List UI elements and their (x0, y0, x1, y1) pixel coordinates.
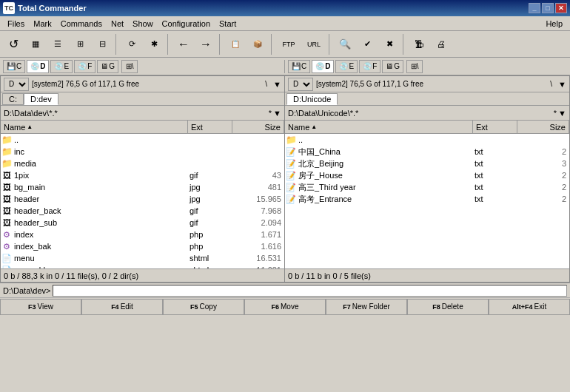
right-file-list[interactable]: 📁 .. 📝 中国_China txt 2 📝 北京_Beijing txt 3… (285, 134, 569, 268)
left-file-row[interactable]: 📁 media (1, 158, 284, 169)
right-file-row[interactable]: 📝 高考_Entrance txt 2 (285, 193, 569, 205)
left-file-row[interactable]: 🖼 header jpg 15.965 (1, 193, 284, 205)
right-file-row[interactable]: 📝 高三_Third year txt 2 (285, 181, 569, 193)
left-file-list[interactable]: 📁 .. 📁 inc 📁 media 🖼 1pix gif 43 🖼 bg_ma… (1, 134, 284, 268)
left-file-row[interactable]: 📁 inc (1, 146, 284, 158)
file-size: 2 (517, 183, 569, 192)
left-drive-e[interactable]: 💿E (50, 60, 73, 73)
file-icon: 🖼 (1, 169, 13, 181)
file-name: bg_main (13, 183, 188, 192)
file-name: 房子_House (297, 170, 473, 181)
menu-commands[interactable]: Commands (56, 18, 107, 30)
left-file-row[interactable]: 📄 menu shtml 16.531 (1, 252, 284, 264)
ftp-button[interactable]: FTP (277, 34, 301, 55)
left-col-ext[interactable]: Ext (188, 121, 232, 133)
right-col-ext[interactable]: Ext (473, 121, 517, 133)
left-file-row[interactable]: 🖼 bg_main jpg 481 (1, 181, 284, 193)
menu-files[interactable]: Files (3, 18, 29, 30)
detail-button[interactable]: ☰ (47, 34, 68, 55)
file-size: 481 (232, 183, 284, 192)
left-drive-select[interactable]: D (4, 78, 29, 91)
thumbnail2-button[interactable]: ⊟ (92, 34, 113, 55)
menu-show[interactable]: Show (128, 18, 158, 30)
right-drive-e[interactable]: 💿E (335, 60, 358, 73)
right-drive-bar: 💾C 💿D 💿E 💿F 🖥G ⊞\ (285, 60, 570, 73)
right-col-size[interactable]: Size (517, 121, 569, 133)
right-file-row[interactable]: 📝 房子_House txt 2 (285, 169, 569, 181)
f6-move-button[interactable]: F6 Move (244, 299, 326, 315)
move-button[interactable]: 📦 (247, 34, 268, 55)
left-file-row[interactable]: ⚙ index php 1.671 (1, 229, 284, 240)
f7-newfolder-button[interactable]: F7 New Folder (326, 299, 407, 315)
right-drive-g[interactable]: 🖥G (382, 60, 403, 73)
compare-button[interactable]: ✱ (144, 34, 164, 55)
fkeys-bar: F3 View F4 Edit F5 Copy F6 Move F7 New F… (0, 297, 570, 315)
print-button[interactable]: 🖨 (431, 34, 452, 55)
left-path-star: * (269, 109, 272, 118)
left-network-btn[interactable]: ⊞\ (121, 60, 138, 73)
window-controls: _ □ ✕ (529, 3, 567, 13)
left-tab-dev[interactable]: D:dev (24, 93, 58, 105)
right-path-display: D:\Data\Unicode\*.* * ▼ (285, 106, 569, 121)
right-col-name[interactable]: Name ▲ (285, 121, 473, 133)
left-file-row[interactable]: 📁 .. (1, 134, 284, 146)
left-drive-f[interactable]: 💿F (74, 60, 95, 73)
thumbnail-button[interactable]: ⊞ (70, 34, 90, 55)
right-tab-unicode[interactable]: D:Unicode (286, 93, 338, 105)
file-ext: txt (473, 171, 517, 180)
left-drive-c[interactable]: 💾C (3, 60, 25, 73)
select-button[interactable]: ✔ (357, 34, 378, 55)
right-col-header: Name ▲ Ext Size (285, 121, 569, 134)
right-drive-f[interactable]: 💿F (359, 60, 380, 73)
menu-mark[interactable]: Mark (29, 18, 56, 30)
menu-help[interactable]: Help (541, 18, 567, 30)
right-file-row[interactable]: 📝 中国_China txt 2 (285, 146, 569, 158)
right-path-dropdown[interactable]: ▼ (558, 109, 566, 118)
right-path-text: D:\Data\Unicode\*.* (288, 109, 554, 118)
minimize-button[interactable]: _ (529, 3, 540, 13)
left-drive-g[interactable]: 🖥G (97, 60, 118, 73)
left-col-name[interactable]: Name ▲ (1, 121, 188, 133)
right-drive-c[interactable]: 💾C (288, 60, 310, 73)
url-button[interactable]: URL (302, 34, 326, 55)
file-ext: txt (473, 195, 517, 203)
back-button[interactable]: ← (173, 34, 194, 55)
left-col-size[interactable]: Size (232, 121, 284, 133)
left-drive-d[interactable]: 💿D (27, 60, 49, 73)
left-tab-c[interactable]: C: (2, 93, 24, 105)
file-name: 中国_China (297, 146, 473, 158)
sync-button[interactable]: ⟳ (121, 34, 142, 55)
altf4-exit-button[interactable]: Alt+F4 Exit (489, 299, 570, 315)
right-network-btn[interactable]: ⊞\ (406, 60, 423, 73)
find-button[interactable]: 🔍 (335, 34, 355, 55)
forward-button[interactable]: → (195, 34, 216, 55)
right-file-row[interactable]: 📝 北京_Beijing txt 3 (285, 158, 569, 169)
maximize-button[interactable]: □ (542, 3, 554, 13)
file-ext: gif (188, 218, 232, 227)
f8-delete-button[interactable]: F8 Delete (407, 299, 489, 315)
brief-button[interactable]: ▦ (25, 34, 46, 55)
left-status-text: 0 b / 88,3 k in 0 / 11 file(s), 0 / 2 di… (4, 271, 138, 280)
f3-view-button[interactable]: F3 View (0, 299, 81, 315)
menu-start[interactable]: Start (215, 18, 241, 30)
left-file-row[interactable]: ⚙ index_bak php 1.616 (1, 240, 284, 252)
right-drive-select[interactable]: D (288, 78, 313, 91)
menu-configuration[interactable]: Configuration (158, 18, 215, 30)
f4-edit-button[interactable]: F4 Edit (81, 299, 163, 315)
menu-net[interactable]: Net (107, 18, 128, 30)
f5-copy-button[interactable]: F5 Copy (163, 299, 244, 315)
left-file-row[interactable]: 🖼 header_back gif 7.968 (1, 205, 284, 217)
archive-button[interactable]: 🗜 (409, 34, 429, 55)
cmd-input[interactable] (53, 285, 567, 297)
left-path-dropdown[interactable]: ▼ (273, 109, 281, 118)
close-button[interactable]: ✕ (555, 3, 567, 13)
copy-button[interactable]: 📋 (225, 34, 246, 55)
refresh-button[interactable]: ↺ (3, 34, 24, 55)
left-file-row[interactable]: 🖼 1pix gif 43 (1, 169, 284, 181)
right-path-chevron: ▼ (558, 80, 566, 89)
right-drive-d[interactable]: 💿D (312, 60, 334, 73)
right-file-row[interactable]: 📁 .. (285, 134, 569, 146)
unselect-button[interactable]: ✖ (379, 34, 400, 55)
file-ext: txt (473, 159, 517, 168)
left-file-row[interactable]: 🖼 header_sub gif 2.094 (1, 217, 284, 229)
